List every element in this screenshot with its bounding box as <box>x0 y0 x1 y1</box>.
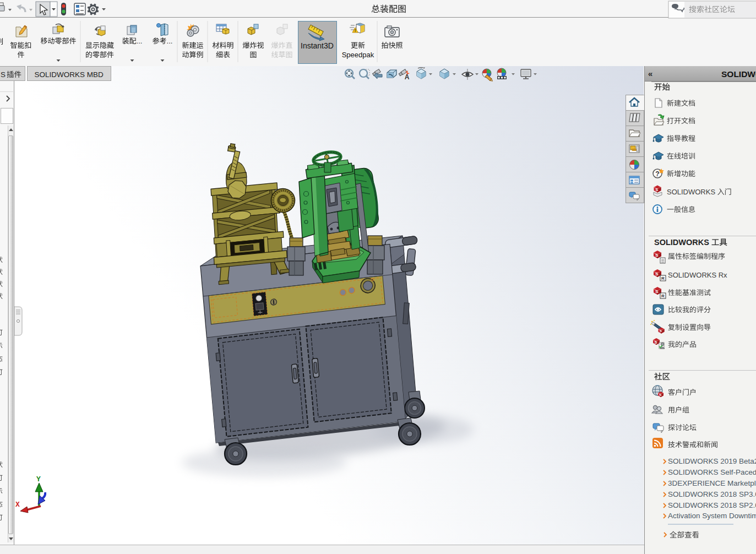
svg-text:X: X <box>15 501 20 509</box>
svg-text:Y: Y <box>36 475 41 484</box>
